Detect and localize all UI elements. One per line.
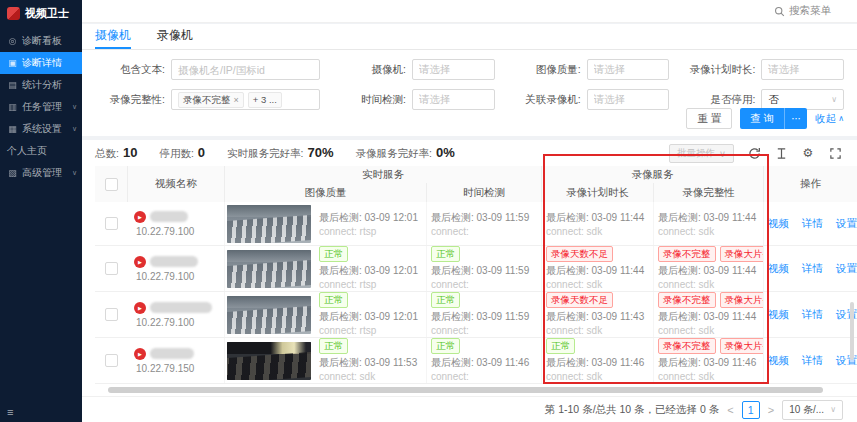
row-checkbox[interactable] (105, 308, 118, 321)
field-recorder: 关联录像机: 请选择 (511, 89, 670, 110)
camera-snapshot-thumbnail[interactable] (227, 205, 311, 243)
select-placeholder: 请选择 (768, 63, 800, 77)
integrity-select[interactable]: 录像不完整× + 3 ... (171, 89, 320, 110)
last-check: 最后检测: 03-09 11:59 (431, 211, 529, 225)
time-check-info: 正常 最后检测: 03-09 11:59 connect: (431, 292, 529, 337)
row-checkbox[interactable] (105, 217, 118, 230)
row-checkbox[interactable] (105, 354, 118, 367)
tab-camera[interactable]: 摄像机 (95, 27, 131, 49)
details-link[interactable]: 详情 (802, 308, 823, 322)
sidebar-item-system-settings[interactable]: ▦ 系统设置 ∨ (0, 118, 82, 140)
row-select-cell (95, 338, 128, 383)
operations-cell: 视频 详情 设置 (764, 246, 857, 291)
plan-duration-cell: 最后检测: 03-09 11:44 connect: sdk (542, 202, 654, 245)
connect-type: connect: (431, 278, 529, 292)
search-menu[interactable]: 搜索菜单 (774, 4, 831, 18)
status-tag: 正常 (431, 292, 460, 308)
plan-duration-info: 录像天数不足 最后检测: 03-09 11:43 connect: sdk (546, 292, 644, 337)
field-label: 时间检测: (336, 93, 412, 107)
connect-label: connect: (546, 371, 584, 382)
collapse-filters-link[interactable]: 收起 ∧ (815, 112, 844, 126)
connect-label: connect: (546, 226, 584, 237)
last-check: 最后检测: 03-09 11:43 (546, 310, 644, 324)
sidebar-collapse-icon[interactable]: ≡ (7, 406, 13, 418)
recorder-select[interactable]: 请选择 (587, 89, 670, 110)
field-image-quality: 图像质量: 请选择 (511, 59, 670, 80)
status-tags: 录像天数不足 (546, 246, 644, 262)
camera-name-redacted (150, 211, 188, 222)
settings-link[interactable]: 设置 (836, 217, 857, 231)
details-link[interactable]: 详情 (802, 262, 823, 276)
video-link[interactable]: 视频 (768, 262, 789, 276)
plan-duration-select[interactable]: 请选择 (761, 59, 844, 80)
connect-type: connect: rtsp (319, 225, 418, 239)
status-tag: 正常 (319, 292, 348, 308)
camera-select[interactable]: 请选择 (412, 59, 495, 80)
disabled-select[interactable]: 否 ∨ (761, 89, 844, 110)
filter-form: 包含文本: 摄像机: 请选择 图像质量: 请选择 录像计划时长: 请选择 录像完… (82, 50, 857, 110)
recording-integrity-cell: 录像不完整 录像大片丢失 最后检测: 03-09 11:44 connect: … (654, 246, 764, 291)
details-link[interactable]: 详情 (802, 217, 823, 231)
connect-type: connect: sdk (546, 324, 644, 338)
sidebar-item-personal-home[interactable]: 个人主页 (0, 140, 82, 162)
query-more-button[interactable]: ⋯ (785, 108, 807, 129)
app-logo: 视频卫士 (0, 0, 82, 26)
tab-recorder[interactable]: 录像机 (157, 27, 193, 49)
connect-value: sdk (360, 371, 376, 382)
select-all-checkbox[interactable] (105, 178, 118, 191)
last-check: 最后检测: 03-09 11:44 (546, 264, 644, 278)
next-page-button[interactable]: > (768, 404, 774, 416)
vertical-scrollbar[interactable] (850, 302, 854, 360)
last-check-time: 03-09 11:59 (477, 265, 530, 276)
image-quality-select[interactable]: 请选择 (587, 59, 670, 80)
more-tags-badge[interactable]: + 3 ... (248, 92, 282, 108)
settings-link[interactable]: 设置 (836, 262, 857, 276)
header-video-name: 视频名称 (128, 166, 225, 202)
refresh-icon[interactable] (747, 146, 761, 160)
video-link[interactable]: 视频 (768, 354, 789, 368)
horizontal-scrollbar[interactable] (108, 387, 823, 393)
prev-page-button[interactable]: < (727, 404, 733, 416)
reset-button[interactable]: 重 置 (686, 108, 732, 129)
chart-icon: ▤ (7, 80, 18, 90)
details-link[interactable]: 详情 (802, 354, 823, 368)
last-check: 最后检测: 03-09 11:46 (431, 356, 529, 370)
page-size-select[interactable]: 10 条/... ∨ (782, 400, 843, 420)
chevron-down-icon: ∨ (830, 405, 836, 414)
results-panel: 总数:10 停用数:0 实时服务完好率:70% 录像服务完好率:0% 批量操作 … (82, 140, 857, 422)
page-number-button[interactable]: 1 (742, 401, 760, 419)
pagination: 第 1-10 条/总共 10 条，已经选择 0 条 < 1 > 10 条/...… (82, 396, 857, 422)
row-select-cell (95, 246, 128, 291)
row-height-icon[interactable] (774, 146, 788, 160)
sidebar-item-statistics[interactable]: ▤ 统计分析 (0, 74, 82, 96)
video-link[interactable]: 视频 (768, 308, 789, 322)
last-check: 最后检测: 03-09 11:59 (431, 264, 529, 278)
camera-snapshot-thumbnail[interactable] (227, 342, 311, 380)
camera-snapshot-thumbnail[interactable] (227, 250, 311, 288)
sidebar-item-diagnosis-board[interactable]: ◎ 诊断看板 (0, 30, 82, 52)
video-link[interactable]: 视频 (768, 217, 789, 231)
connect-value: sdk (699, 371, 715, 382)
status-tag: 录像天数不足 (546, 292, 613, 308)
column-settings-gear-icon[interactable]: ⚙ (801, 146, 815, 160)
sidebar-item-diagnosis-details[interactable]: ▣ 诊断详情 (0, 52, 82, 74)
camera-snapshot-thumbnail[interactable] (227, 296, 311, 334)
sidebar-item-advanced-management[interactable]: ▧ 高级管理 ∨ (0, 162, 82, 184)
batch-label: 批量操作 (677, 147, 715, 160)
batch-operations-button[interactable]: 批量操作 ∨ (669, 144, 734, 163)
time-check-select[interactable]: 请选择 (412, 89, 495, 110)
close-icon[interactable]: × (234, 93, 239, 107)
stat-label: 总数: (95, 147, 119, 161)
row-checkbox[interactable] (105, 262, 118, 275)
last-check-label: 最后检测: (319, 265, 362, 276)
sidebar-item-task-management[interactable]: ▥ 任务管理 ∨ (0, 96, 82, 118)
chevron-down-icon: ∨ (72, 103, 77, 111)
status-tags: 正常 (431, 338, 529, 354)
last-check-label: 最后检测: (658, 357, 701, 368)
contains-text-input[interactable] (171, 59, 320, 80)
header-image-quality: 图像质量 (225, 183, 427, 202)
fullscreen-icon[interactable] (828, 146, 842, 160)
last-check-label: 最后检测: (431, 311, 474, 322)
query-button[interactable]: 查 询 (740, 108, 785, 129)
last-check-label: 最后检测: (431, 265, 474, 276)
